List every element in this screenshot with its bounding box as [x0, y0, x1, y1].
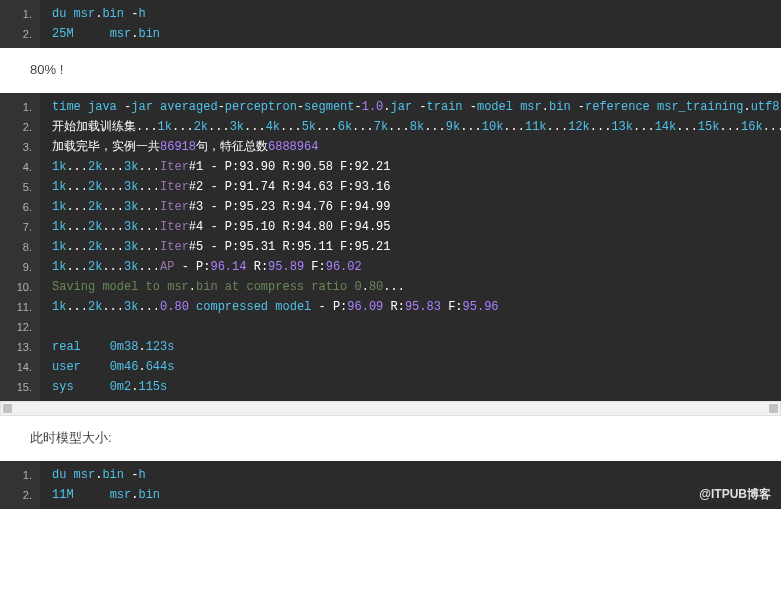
- line-number: 15.: [0, 377, 32, 397]
- code-line: 1k...2k...3k...Iter#3 - P:95.23 R:94.76 …: [52, 197, 781, 217]
- code-line: 开始加载训练集...1k...2k...3k...4k...5k...6k...…: [52, 117, 781, 137]
- line-number: 2.: [0, 117, 32, 137]
- line-number: 6.: [0, 197, 32, 217]
- line-number: 3.: [0, 137, 32, 157]
- code-line: 11M msr.bin: [52, 485, 781, 505]
- line-number: 14.: [0, 357, 32, 377]
- code-line: sys 0m2.115s: [52, 377, 781, 397]
- code-line: user 0m46.644s: [52, 357, 781, 377]
- code-line: time java -jar averaged-perceptron-segme…: [52, 97, 781, 117]
- code-block-1: 1.2. du msr.bin -h25M msr.bin: [0, 0, 781, 48]
- line-number: 5.: [0, 177, 32, 197]
- line-number: 7.: [0, 217, 32, 237]
- line-number-gutter: 1.2.: [0, 0, 40, 48]
- line-number: 1.: [0, 97, 32, 117]
- code-line: 1k...2k...3k...Iter#1 - P:93.90 R:90.58 …: [52, 157, 781, 177]
- code-line: real 0m38.123s: [52, 337, 781, 357]
- line-number: 2.: [0, 24, 32, 44]
- code-line: [52, 317, 781, 337]
- code-line: Saving model to msr.bin at compress rati…: [52, 277, 781, 297]
- code-line: du msr.bin -h: [52, 465, 781, 485]
- code-line: 1k...2k...3k...AP - P:96.14 R:95.89 F:96…: [52, 257, 781, 277]
- code-block-2: 1.2.3.4.5.6.7.8.9.10.11.12.13.14.15. tim…: [0, 93, 781, 401]
- line-number: 11.: [0, 297, 32, 317]
- line-number: 12.: [0, 317, 32, 337]
- article-text-model-size: 此时模型大小:: [0, 416, 781, 461]
- code-line: du msr.bin -h: [52, 4, 781, 24]
- line-number-gutter: 1.2.: [0, 461, 40, 509]
- code-block-3: 1.2. du msr.bin -h11M msr.bin @ITPUB博客: [0, 461, 781, 509]
- code-content: time java -jar averaged-perceptron-segme…: [40, 93, 781, 401]
- line-number: 2.: [0, 485, 32, 505]
- code-line: 加载完毕，实例一共86918句，特征总数6888964: [52, 137, 781, 157]
- line-number: 8.: [0, 237, 32, 257]
- line-number: 10.: [0, 277, 32, 297]
- line-number: 13.: [0, 337, 32, 357]
- line-number: 1.: [0, 4, 32, 24]
- horizontal-scrollbar[interactable]: [0, 401, 781, 416]
- code-line: 1k...2k...3k...Iter#2 - P:91.74 R:94.63 …: [52, 177, 781, 197]
- article-text-reduction: 80% !: [0, 48, 781, 93]
- code-line: 1k...2k...3k...Iter#4 - P:95.10 R:94.80 …: [52, 217, 781, 237]
- line-number-gutter: 1.2.3.4.5.6.7.8.9.10.11.12.13.14.15.: [0, 93, 40, 401]
- line-number: 9.: [0, 257, 32, 277]
- line-number: 1.: [0, 465, 32, 485]
- code-line: 1k...2k...3k...Iter#5 - P:95.31 R:95.11 …: [52, 237, 781, 257]
- code-content: du msr.bin -h25M msr.bin: [40, 0, 781, 48]
- code-content: du msr.bin -h11M msr.bin: [40, 461, 781, 509]
- code-line: 25M msr.bin: [52, 24, 781, 44]
- code-line: 1k...2k...3k...0.80 compressed model - P…: [52, 297, 781, 317]
- line-number: 4.: [0, 157, 32, 177]
